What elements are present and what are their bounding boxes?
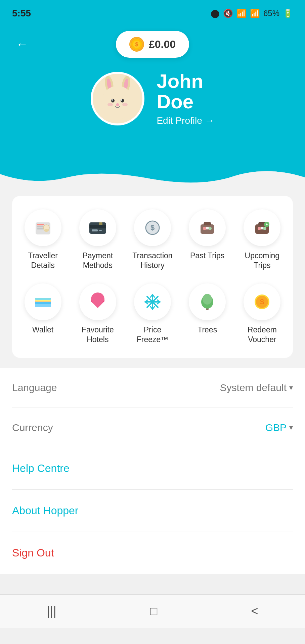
upcoming-trips-label: Upcoming Trips <box>240 251 284 270</box>
links-section: Help Centre About Hopper Sign Out <box>0 447 305 574</box>
svg-rect-25 <box>92 229 98 231</box>
currency-row[interactable]: Currency GBP ▾ <box>12 408 293 447</box>
svg-text:$: $ <box>135 42 138 47</box>
sign-out-row[interactable]: Sign Out <box>12 532 293 574</box>
svg-rect-26 <box>99 230 102 231</box>
svg-point-14 <box>107 103 113 106</box>
payment-methods-label: Payment Methods <box>76 251 120 270</box>
icon-grid-row1: Traveller Details Payment Methods <box>19 206 286 274</box>
payment-methods-icon <box>79 209 116 246</box>
language-row[interactable]: Language System default ▾ <box>12 368 293 408</box>
language-chevron-icon: ▾ <box>289 383 293 392</box>
grid-item-favourite-hotels[interactable]: Favourite Hotels <box>74 280 122 348</box>
transaction-history-label: Transaction History <box>130 251 174 270</box>
svg-rect-35 <box>206 227 209 229</box>
svg-text:$: $ <box>150 223 155 232</box>
grid-item-transaction-history[interactable]: $ Transaction History <box>128 206 176 274</box>
avatar <box>91 72 144 125</box>
wallet-icon <box>25 283 61 320</box>
svg-point-10 <box>121 99 124 102</box>
svg-point-12 <box>121 99 122 101</box>
svg-point-11 <box>112 99 113 101</box>
svg-point-38 <box>258 227 261 230</box>
past-trips-icon <box>189 209 226 246</box>
balance-pill[interactable]: $ £0.00 <box>116 31 189 58</box>
redeem-voucher-label: Redeem Voucher <box>240 325 284 344</box>
redeem-voucher-icon: $ <box>244 283 280 320</box>
balance-amount: £0.00 <box>149 38 176 51</box>
sign-out-link[interactable]: Sign Out <box>12 547 54 559</box>
svg-point-62 <box>203 294 212 305</box>
battery-label: 65% <box>263 9 279 18</box>
settings-section: Language System default ▾ Currency GBP ▾ <box>0 368 305 447</box>
grid-item-price-freeze[interactable]: Price Freeze™ <box>128 280 176 348</box>
profile-section: John Doe Edit Profile → <box>91 71 214 126</box>
nav-home-button[interactable]: □ <box>137 599 171 624</box>
past-trips-label: Past Trips <box>190 251 224 261</box>
grid-item-redeem-voucher[interactable]: $ Redeem Voucher <box>238 280 286 348</box>
svg-point-22 <box>44 229 49 232</box>
svg-point-39 <box>263 227 266 230</box>
svg-rect-32 <box>204 222 211 225</box>
status-icons: ⬤ 🔇 📶 📶 65% 🔋 <box>211 9 293 18</box>
about-hopper-link[interactable]: About Hopper <box>12 504 78 517</box>
user-name: John Doe <box>157 71 214 112</box>
svg-point-34 <box>208 227 212 230</box>
svg-point-9 <box>111 99 115 102</box>
status-time: 5:55 <box>12 8 31 19</box>
svg-rect-17 <box>37 224 44 225</box>
wallet-label: Wallet <box>32 325 53 335</box>
price-freeze-label: Price Freeze™ <box>130 325 174 344</box>
svg-rect-40 <box>261 227 263 229</box>
mute-icon: 🔇 <box>223 9 233 18</box>
icon-grid-section: Traveller Details Payment Methods <box>12 196 293 358</box>
nav-recent-button[interactable]: ||| <box>34 599 70 624</box>
svg-rect-27 <box>99 222 102 225</box>
currency-value[interactable]: GBP ▾ <box>265 422 293 433</box>
language-value[interactable]: System default ▾ <box>220 382 293 393</box>
svg-text:$: $ <box>260 298 264 306</box>
svg-point-33 <box>203 227 206 230</box>
main-content: Traveller Details Payment Methods <box>0 186 305 574</box>
currency-label: Currency <box>12 422 53 433</box>
svg-rect-45 <box>35 298 51 300</box>
trees-label: Trees <box>198 325 217 335</box>
wifi-icon: 📶 <box>236 9 247 18</box>
upcoming-trips-icon: + <box>244 209 280 246</box>
header-row: ← $ £0.00 <box>12 31 293 58</box>
favourite-hotels-label: Favourite Hotels <box>76 325 120 344</box>
back-button[interactable]: ← <box>12 34 32 54</box>
signal-icon: 📶 <box>250 9 260 18</box>
grid-item-trees[interactable]: Trees <box>183 280 231 348</box>
traveller-details-label: Traveller Details <box>21 251 65 270</box>
about-hopper-row[interactable]: About Hopper <box>12 490 293 532</box>
svg-point-15 <box>122 103 128 106</box>
help-centre-link[interactable]: Help Centre <box>12 462 70 474</box>
svg-rect-47 <box>35 302 51 304</box>
edit-profile-link[interactable]: Edit Profile → <box>157 115 214 126</box>
grid-item-upcoming-trips[interactable]: + Upcoming Trips <box>238 206 286 274</box>
coin-icon: $ <box>129 37 144 52</box>
grid-item-wallet[interactable]: Wallet <box>19 280 67 348</box>
transaction-history-icon: $ <box>134 209 171 246</box>
user-info: John Doe Edit Profile → <box>157 71 214 126</box>
trees-icon <box>189 283 226 320</box>
nav-back-button[interactable]: < <box>237 599 271 624</box>
favourite-hotels-icon <box>79 283 116 320</box>
svg-point-8 <box>101 86 134 119</box>
grid-item-payment-methods[interactable]: Payment Methods <box>74 206 122 274</box>
bottom-nav: ||| □ < <box>0 594 305 628</box>
traveller-details-icon <box>25 209 61 246</box>
price-freeze-icon <box>134 283 171 320</box>
svg-point-21 <box>45 225 48 229</box>
currency-chevron-icon: ▾ <box>289 423 293 432</box>
bluetooth-icon: ⬤ <box>211 9 220 18</box>
grid-item-past-trips[interactable]: Past Trips <box>183 206 231 274</box>
help-centre-row[interactable]: Help Centre <box>12 447 293 490</box>
language-label: Language <box>12 382 57 393</box>
icon-grid-row2: Wallet Favourite Hotels <box>19 280 286 348</box>
svg-text:+: + <box>266 222 268 226</box>
grid-item-traveller-details[interactable]: Traveller Details <box>19 206 67 274</box>
svg-rect-24 <box>89 225 106 228</box>
hero-section: ← $ £0.00 <box>0 24 305 160</box>
